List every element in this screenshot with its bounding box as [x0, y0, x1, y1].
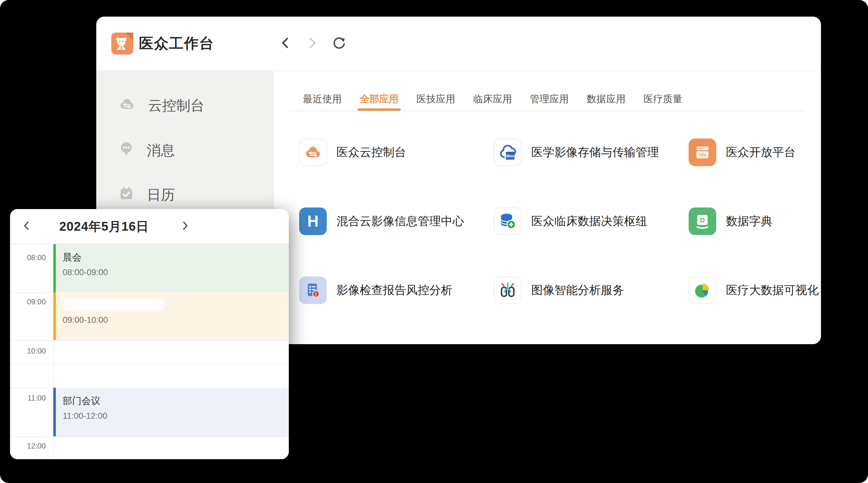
app-big-data-visualization[interactable]: 医疗大数据可视化	[689, 277, 819, 304]
report-alert-icon: !	[299, 277, 327, 304]
tab-clinical-apps[interactable]: 临床应用	[473, 93, 512, 106]
app-data-dictionary[interactable]: D 数据字典	[689, 207, 772, 235]
sidebar-item-label: 消息	[147, 141, 175, 160]
event-time-range: 09:00-10:00	[63, 315, 289, 325]
app-category-tabs: 最近使用 全部应用 医技应用 临床应用 管理应用 数据应用 医疗质量	[274, 71, 821, 111]
blue-cloud-mos-icon: Mos	[494, 138, 522, 166]
time-label: 10:00	[10, 347, 46, 355]
app-label: 医众开放平台	[726, 144, 796, 160]
app-cloud-console[interactable]: 医众云控制台	[299, 138, 406, 166]
app-open-platform[interactable]: </> 医众开放平台	[689, 138, 796, 166]
back-button[interactable]	[278, 35, 294, 52]
cloud-console-icon	[118, 97, 136, 115]
app-label: 医学影像存储与传输管理	[531, 144, 659, 160]
hour-gridline	[10, 340, 289, 341]
message-icon	[118, 141, 134, 160]
app-label: 图像智能分析服务	[531, 282, 624, 298]
pie-chart-icon	[689, 277, 716, 304]
app-clinical-data-hub[interactable]: 医众临床数据决策枢纽	[494, 207, 647, 235]
app-label: 数据字典	[726, 214, 772, 229]
calendar-icon	[118, 185, 134, 205]
refresh-button[interactable]	[331, 35, 347, 52]
app-label: 医众云控制台	[337, 144, 406, 160]
screenshot-canvas: 医众工作台	[0, 0, 868, 483]
app-report-risk-analysis[interactable]: ! 影像检查报告风控分析	[299, 277, 453, 304]
app-image-ai-analysis[interactable]: 图像智能分析服务	[494, 277, 624, 304]
window-title: 医众工作台	[139, 17, 214, 70]
window-header: 医众工作台	[96, 17, 821, 71]
orange-code-window-icon: </>	[689, 138, 716, 166]
app-logo-icon	[111, 33, 133, 55]
mos-icon-text: Mos	[506, 154, 514, 158]
chevron-right-icon	[179, 220, 191, 232]
sidebar-item-label: 云控制台	[148, 96, 205, 115]
event-time-range: 08:00-09:00	[63, 268, 289, 278]
calendar-date-label: 2024年5月16日	[59, 209, 149, 244]
lungs-icon	[494, 277, 522, 304]
blue-h-icon: H	[299, 207, 327, 235]
tab-data-apps[interactable]: 数据应用	[587, 93, 626, 106]
tab-medical-quality[interactable]: 医疗质量	[644, 93, 682, 106]
calendar-event-morning-meeting[interactable]: 晨会 08:00-09:00	[53, 244, 289, 292]
event-title: 晨会	[63, 251, 289, 264]
calendar-next-day-button[interactable]	[176, 218, 194, 235]
time-label: 08:00	[10, 253, 46, 262]
event-time-range: 11:00-12:00	[63, 411, 289, 421]
calendar-event-department-meeting[interactable]: 部门会议 11:00-12:00	[53, 388, 289, 436]
app-hybrid-cloud-imaging[interactable]: H 混合云影像信息管理中心	[299, 207, 464, 235]
calendar-header: 2024年5月16日	[10, 209, 289, 244]
day-calendar-panel: 2024年5月16日 08:00 09:00 10:00 11:00 12:00…	[10, 209, 289, 459]
sidebar-item-label: 日历	[147, 186, 175, 204]
orange-cloud-sliders-icon	[299, 138, 327, 166]
chevron-left-icon	[278, 35, 293, 52]
sidebar-item-messages[interactable]: 消息	[96, 140, 273, 161]
h-icon-text: H	[307, 212, 319, 230]
app-label: 影像检查报告风控分析	[337, 282, 453, 298]
half-hour-gridline	[10, 364, 289, 365]
app-label: 医疗大数据可视化	[726, 282, 819, 298]
tab-management-apps[interactable]: 管理应用	[530, 93, 569, 106]
app-imaging-storage[interactable]: Mos 医学影像存储与传输管理	[494, 138, 659, 166]
tab-all-apps[interactable]: 全部应用	[360, 93, 399, 106]
calendar-prev-day-button[interactable]	[18, 218, 35, 235]
event-title: 部门会议	[63, 395, 289, 408]
hour-gridline	[10, 436, 289, 437]
tabs-divider	[290, 110, 805, 111]
sidebar-item-cloud-console[interactable]: 云控制台	[96, 95, 273, 116]
sidebar-item-calendar[interactable]: 日历	[96, 185, 273, 205]
calendar-day-grid: 08:00 09:00 10:00 11:00 12:00 晨会 08:00-0…	[10, 244, 289, 459]
app-label: 混合云影像信息管理中心	[337, 214, 464, 229]
chevron-left-icon	[21, 220, 32, 232]
chevron-right-icon	[305, 35, 319, 52]
time-label: 09:00	[10, 297, 46, 306]
forward-button[interactable]	[304, 35, 320, 52]
redacted-event-title	[63, 299, 165, 310]
refresh-icon	[332, 35, 346, 52]
time-label: 12:00	[10, 442, 46, 450]
alert-badge-text: !	[315, 291, 317, 296]
main-content: 最近使用 全部应用 医技应用 临床应用 管理应用 数据应用 医疗质量 医	[274, 71, 821, 344]
time-label: 11:00	[10, 394, 46, 402]
tab-medtech-apps[interactable]: 医技应用	[416, 93, 455, 106]
app-label: 医众临床数据决策枢纽	[531, 214, 647, 229]
code-icon-text: </>	[699, 152, 706, 157]
database-plus-icon	[494, 207, 522, 235]
dictionary-icon-text: D	[700, 217, 705, 224]
calendar-event-redacted[interactable]: 09:00-10:00	[53, 292, 289, 340]
green-dictionary-icon: D	[689, 207, 716, 235]
tab-recently-used[interactable]: 最近使用	[303, 93, 342, 106]
